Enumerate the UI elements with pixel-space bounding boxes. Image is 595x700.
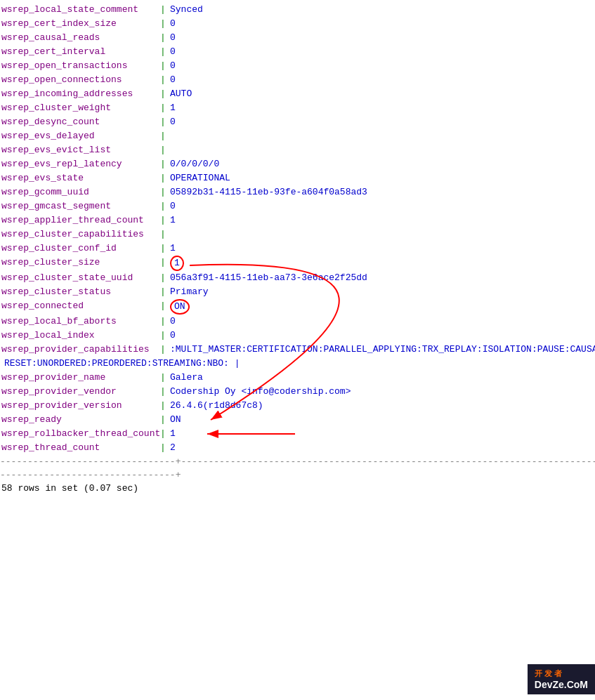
variable-name: wsrep_cluster_conf_id <box>1 242 156 256</box>
table-bottom-border: --------------------------------+-------… <box>0 455 595 468</box>
variable-value: 0 <box>170 329 594 343</box>
column-separator: | <box>156 441 170 455</box>
variable-value: Codership Oy <info@codership.com> <box>170 385 594 399</box>
column-separator: | <box>156 299 170 313</box>
table-row: wsrep_ready|ON <box>0 413 595 427</box>
variable-value: OPERATIONAL <box>170 171 594 185</box>
circled-value: 1 <box>170 256 184 271</box>
table-row: wsrep_open_transactions|0 <box>0 59 595 73</box>
variable-value: :MULTI_MASTER:CERTIFICATION:PARALLEL_APP… <box>170 343 595 357</box>
variable-name: wsrep_local_bf_aborts <box>1 315 156 329</box>
table-row: wsrep_cert_interval|0 <box>0 45 595 59</box>
variable-name: wsrep_cert_interval <box>1 45 156 59</box>
column-separator: | <box>156 129 170 143</box>
circled-value: ON <box>170 299 190 315</box>
table-row: wsrep_provider_name|Galera <box>0 371 595 385</box>
table-row: wsrep_thread_count|2 <box>0 441 595 455</box>
variable-value: 056a3f91-4115-11eb-aa73-3e6ace2f25dd <box>170 271 594 285</box>
variable-value: 0 <box>170 17 594 31</box>
variable-name: wsrep_cluster_status <box>1 285 156 299</box>
column-separator: | <box>156 413 170 427</box>
variable-name: wsrep_thread_count <box>1 441 156 455</box>
variable-value: 1 <box>170 101 594 115</box>
terminal-output: wsrep_local_state_comment|Syncedwsrep_ce… <box>0 0 595 498</box>
column-separator: | <box>156 115 170 129</box>
column-separator: | <box>156 371 170 385</box>
variable-value: 1 <box>170 213 594 227</box>
devze-watermark: 开 发 者 DevZe.CoM <box>528 664 595 694</box>
column-separator: | <box>156 343 170 357</box>
variable-name: wsrep_cert_index_size <box>1 17 156 31</box>
variable-name: wsrep_evs_state <box>1 171 156 185</box>
table-row: wsrep_cluster_state_uuid|056a3f91-4115-1… <box>0 271 595 285</box>
table-row: wsrep_provider_version|26.4.6(r1d8d67c8) <box>0 399 595 413</box>
variable-value: 0 <box>170 59 594 73</box>
variable-value: Galera <box>170 371 594 385</box>
table-row: wsrep_evs_evict_list| <box>0 143 595 157</box>
column-separator: | <box>156 59 170 73</box>
table-row: wsrep_evs_repl_latency|0/0/0/0/0 <box>0 157 595 171</box>
table-row: wsrep_cluster_capabilities| <box>0 227 595 242</box>
variable-name: wsrep_gcomm_uuid <box>1 185 156 199</box>
variable-value: 0 <box>170 115 594 129</box>
table-row: wsrep_cluster_conf_id|1 <box>0 242 595 256</box>
column-separator: | <box>156 45 170 59</box>
column-separator: | <box>156 199 170 213</box>
column-separator: | <box>156 157 170 171</box>
variable-value: ON <box>170 413 594 427</box>
column-separator: | <box>156 185 170 199</box>
variable-name: wsrep_evs_repl_latency <box>1 157 156 171</box>
column-separator: | <box>156 87 170 101</box>
variable-value: 0 <box>170 31 594 45</box>
table-row: wsrep_gcomm_uuid|05892b31-4115-11eb-93fe… <box>0 185 595 199</box>
variable-name: wsrep_evs_delayed <box>1 129 156 143</box>
table-row: wsrep_connected|ON <box>0 299 595 315</box>
variable-name: wsrep_causal_reads <box>1 31 156 45</box>
variable-name: wsrep_provider_vendor <box>1 385 156 399</box>
variable-value: 0/0/0/0/0 <box>170 157 594 171</box>
variable-name: wsrep_local_index <box>1 329 156 343</box>
variable-name: wsrep_cluster_size <box>1 256 156 270</box>
table-row: wsrep_evs_delayed| <box>0 129 595 143</box>
table-bottom-border-2: --------------------------------+ <box>0 468 595 482</box>
column-separator: | <box>156 213 170 227</box>
variable-name: wsrep_desync_count <box>1 115 156 129</box>
variable-value: Synced <box>170 3 594 17</box>
table-row: wsrep_local_state_comment|Synced <box>0 3 595 17</box>
variable-name: wsrep_provider_capabilities <box>1 343 156 357</box>
variable-value: AUTO <box>170 87 594 101</box>
variable-value: ON <box>170 299 594 315</box>
variable-name: wsrep_applier_thread_count <box>1 213 156 227</box>
table-row: wsrep_applier_thread_count|1 <box>0 213 595 227</box>
column-separator: | <box>156 399 170 413</box>
variable-value: 0 <box>170 315 594 329</box>
table-row: wsrep_incoming_addresses|AUTO <box>0 87 595 101</box>
variable-value: 0 <box>170 199 594 213</box>
variable-name: wsrep_cluster_capabilities <box>1 227 156 242</box>
table-row: wsrep_cluster_size|1 <box>0 256 595 271</box>
variable-name: wsrep_provider_version <box>1 399 156 413</box>
table-row: wsrep_causal_reads|0 <box>0 31 595 45</box>
variable-name: wsrep_cluster_weight <box>1 101 156 115</box>
variable-name: wsrep_open_connections <box>1 73 156 87</box>
column-separator: | <box>156 73 170 87</box>
table-row: wsrep_local_bf_aborts|0 <box>0 315 595 329</box>
variable-name: wsrep_rollbacker_thread_count <box>1 427 156 441</box>
table-row: wsrep_cluster_status|Primary <box>0 285 595 299</box>
variable-name: wsrep_incoming_addresses <box>1 87 156 101</box>
column-separator: | <box>156 242 170 256</box>
variable-name: wsrep_local_state_comment <box>1 3 156 17</box>
variable-name: wsrep_open_transactions <box>1 59 156 73</box>
variable-value: 0 <box>170 73 594 87</box>
table-row: wsrep_evs_state|OPERATIONAL <box>0 171 595 185</box>
table-row: wsrep_rollbacker_thread_count|1 <box>0 427 595 441</box>
table-row: wsrep_gmcast_segment|0 <box>0 199 595 213</box>
query-footer: 58 rows in set (0.07 sec) <box>0 482 595 495</box>
variable-value: 1 <box>170 256 594 271</box>
table-row: wsrep_local_index|0 <box>0 329 595 343</box>
column-separator: | <box>156 329 170 343</box>
column-separator: | <box>156 143 170 157</box>
table-row: wsrep_open_connections|0 <box>0 73 595 87</box>
variable-name: wsrep_gmcast_segment <box>1 199 156 213</box>
column-separator: | <box>156 17 170 31</box>
